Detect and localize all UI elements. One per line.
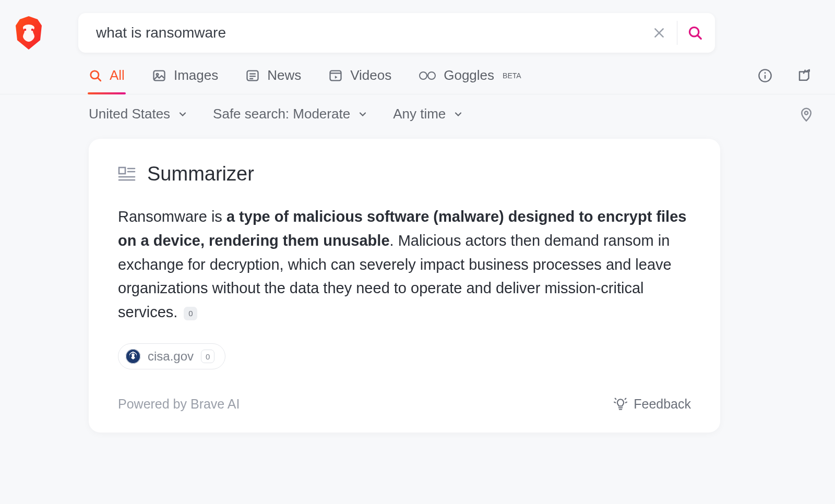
search-bar [78,13,715,53]
filter-safesearch[interactable]: Safe search: Moderate [213,106,368,122]
search-tabs: All Images News Videos GogglesBETA [0,53,835,94]
powered-by-label: Powered by Brave AI [118,397,240,412]
tab-label: Images [174,67,218,83]
tab-label: Videos [350,67,391,83]
tab-videos[interactable]: Videos [328,67,391,94]
svg-line-5 [698,35,701,39]
summarizer-title: Summarizer [147,163,254,185]
filter-label: Safe search: Moderate [213,106,350,122]
image-icon [152,68,166,83]
citation-badge[interactable]: 0 [184,307,197,320]
svg-line-31 [615,398,616,399]
svg-rect-14 [330,70,341,80]
svg-point-22 [805,111,808,114]
filter-bar: United States Safe search: Moderate Any … [0,94,835,134]
svg-line-30 [626,402,627,402]
source-domain: cisa.gov [148,349,194,364]
summarizer-icon [118,166,136,182]
tab-label: Goggles [444,67,494,83]
tab-label: News [267,67,301,83]
source-citation-number: 0 [201,350,214,363]
search-icon [687,25,703,41]
svg-point-16 [420,72,427,79]
location-pin-icon [798,106,814,122]
chevron-down-icon [357,109,368,119]
summary-text: Ransomware is a type of malicious softwa… [118,205,691,325]
svg-point-17 [428,72,435,79]
feedback-label: Feedback [634,397,691,412]
filter-time[interactable]: Any time [393,106,463,122]
filter-label: Any time [393,106,446,122]
source-favicon [126,349,140,364]
lightbulb-icon [614,398,627,411]
tab-news[interactable]: News [245,67,301,94]
svg-rect-23 [119,167,125,174]
feedback-button[interactable]: Feedback [614,397,691,412]
compose-button[interactable] [795,66,814,85]
svg-marker-15 [335,76,338,79]
clear-search-button[interactable] [645,18,674,47]
svg-line-7 [98,78,100,80]
summarizer-card: Summarizer Ransomware is a type of malic… [89,139,720,433]
compose-icon [797,68,813,83]
goggles-icon [419,70,436,81]
svg-point-0 [24,29,27,31]
close-icon [652,26,666,40]
beta-badge: BETA [503,71,521,80]
tab-goggles[interactable]: GogglesBETA [419,67,521,94]
news-icon [245,68,260,83]
svg-point-21 [765,72,766,74]
search-icon [89,69,102,82]
video-icon [328,68,343,83]
search-input[interactable] [96,25,645,41]
svg-line-29 [614,402,615,402]
location-button[interactable] [798,106,814,122]
tab-all[interactable]: All [89,67,125,94]
svg-point-9 [157,73,159,75]
tab-label: All [110,67,125,83]
chevron-down-icon [177,109,188,119]
svg-line-32 [625,398,626,399]
divider [677,21,677,45]
search-button[interactable] [681,18,710,47]
info-icon [758,68,772,83]
filter-label: United States [89,106,170,122]
filter-region[interactable]: United States [89,106,188,122]
summary-pre: Ransomware is [118,208,226,225]
svg-point-1 [31,29,34,31]
chevron-down-icon [453,109,463,119]
info-button[interactable] [756,66,774,85]
source-chip[interactable]: cisa.gov 0 [118,343,225,369]
brave-logo[interactable] [13,15,44,51]
tab-images[interactable]: Images [152,67,218,94]
